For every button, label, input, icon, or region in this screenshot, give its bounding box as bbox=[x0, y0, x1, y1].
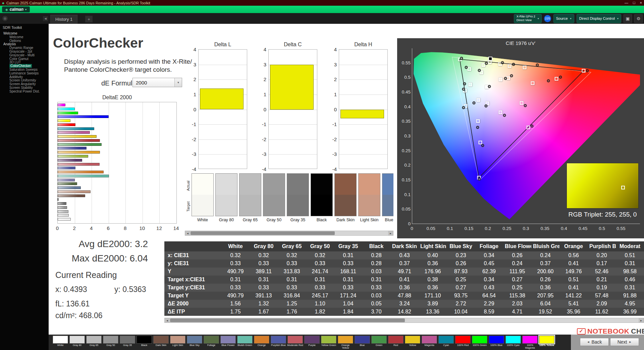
target-row-label: Target bbox=[186, 198, 190, 215]
sidebar-collapse-button[interactable]: ◀ bbox=[43, 16, 48, 21]
delta-value-bar bbox=[200, 89, 244, 109]
deltae-chart-title: DeltaE 2000 bbox=[57, 95, 177, 101]
sidebar: SDR Toolkit WelcomeWelcomeOptionsAnalysi… bbox=[0, 24, 49, 350]
patch-swatch-bluish-green[interactable]: Bluish Green bbox=[236, 335, 253, 350]
patch-swatch-foliage[interactable]: Foliage bbox=[203, 335, 220, 350]
display-icon-button[interactable]: ▣ bbox=[624, 14, 632, 23]
table-cell: 111.95 bbox=[503, 268, 531, 276]
sidebar-item-spectral-power-dist[interactable]: Spectral Power Dist. bbox=[0, 90, 49, 94]
patch-swatch-blue-flower[interactable]: Blue Flower bbox=[220, 335, 236, 350]
scrollbar-thumb[interactable] bbox=[170, 318, 405, 322]
patch-swatch-100-red[interactable]: 100% Red bbox=[454, 335, 471, 350]
patch-swatch-gray-80[interactable]: Gray 80 bbox=[69, 335, 86, 350]
patch-swatch-purplish-blue[interactable]: Purplish Blue bbox=[270, 335, 287, 350]
table-cell: 0.36 bbox=[390, 284, 419, 292]
patch-swatch-gray-35[interactable]: Gray 35 bbox=[119, 335, 136, 350]
add-tab-button[interactable]: + bbox=[85, 16, 93, 22]
de-formula-select[interactable]: 2000 ▾ bbox=[132, 78, 182, 87]
measurement-marker bbox=[536, 64, 539, 67]
patch-swatch-gray-50[interactable]: Gray 50 bbox=[102, 335, 119, 350]
sidebar-item-color-gamut[interactable]: Color Gamut bbox=[0, 57, 49, 61]
table-cell: 0.26 bbox=[531, 276, 559, 284]
close-button[interactable]: × bbox=[640, 0, 642, 6]
back-button[interactable]: ◄ Back bbox=[580, 338, 609, 346]
patch-swatch-orange-yellow[interactable]: Orange Yellow bbox=[337, 335, 354, 350]
patch-label: Cyan bbox=[443, 344, 449, 347]
scroll-right-button[interactable]: ▸ bbox=[639, 318, 644, 323]
patch-swatch-purple[interactable]: Purple bbox=[304, 335, 320, 350]
patch-swatch-dark-skin[interactable]: Dark Skin bbox=[153, 335, 169, 350]
patch-color bbox=[254, 336, 269, 344]
minimize-button[interactable]: — bbox=[625, 0, 628, 6]
title-bar: ◆ Calman 2025 Calman Ultimate for Busine… bbox=[0, 0, 644, 6]
table-cell: 200.60 bbox=[531, 268, 559, 276]
patch-swatch-moderate-red[interactable]: Moderate Red bbox=[287, 335, 304, 350]
patch-swatch-red[interactable]: Red bbox=[387, 335, 404, 350]
patch-swatch-black[interactable]: Black bbox=[136, 335, 153, 350]
table-cell: 4.71 bbox=[503, 308, 531, 316]
source-label: Source bbox=[556, 16, 568, 20]
scroll-left-button[interactable]: ◂ bbox=[185, 231, 190, 235]
settings-gear-button[interactable]: ⚙ bbox=[634, 14, 643, 23]
gridline bbox=[339, 139, 387, 140]
gridline bbox=[199, 139, 247, 140]
axis-tick-label: 4 bbox=[256, 47, 266, 52]
table-cell: 490.79 bbox=[221, 268, 250, 276]
compare-swatch-label: Gray 35 bbox=[287, 218, 309, 222]
meter-dropdown[interactable]: X-Rite i1Pro 2 Direct View ▾ bbox=[514, 14, 542, 23]
axis-tick-label: -1 bbox=[327, 121, 337, 127]
calman-menu-button[interactable]: ◈ calman ▾ bbox=[2, 6, 30, 12]
scrollbar-thumb[interactable] bbox=[191, 231, 335, 235]
patch-swatch-orange[interactable]: Orange bbox=[253, 335, 270, 350]
table-cell: 1.32 bbox=[250, 300, 278, 308]
target-color bbox=[335, 195, 356, 216]
patch-swatch-gray-65[interactable]: Gray 65 bbox=[86, 335, 102, 350]
patch-swatch-100-yellow[interactable]: 100% Yellow bbox=[538, 335, 555, 350]
patch-label: Magenta bbox=[424, 344, 434, 347]
table-cell: 0.36 bbox=[419, 259, 447, 268]
table-cell: 52.46 bbox=[588, 268, 616, 276]
patch-swatch-100-cyan[interactable]: 100% Cyan bbox=[505, 335, 522, 350]
patch-swatch-magenta[interactable]: Magenta bbox=[421, 335, 438, 350]
workspace-button[interactable]: ◎ bbox=[2, 16, 8, 21]
scroll-right-button[interactable]: ▸ bbox=[388, 231, 393, 235]
column-header-moderat: Moderat bbox=[616, 241, 644, 251]
table-cell: 0.33 bbox=[278, 259, 306, 268]
patch-swatch-blue-sky[interactable]: Blue Sky bbox=[186, 335, 203, 350]
scroll-left-button[interactable]: ◂ bbox=[165, 318, 170, 323]
measurement-marker bbox=[484, 105, 487, 108]
sidebar-item-welcome[interactable]: Welcome bbox=[0, 32, 49, 36]
swatch-scrollbar[interactable]: ◂ ▸ bbox=[185, 231, 393, 236]
axis-tick-label: 0.05 bbox=[425, 226, 437, 231]
next-button[interactable]: Next ► bbox=[610, 338, 639, 346]
display-control-dropdown[interactable]: Direct Display Control ▾ bbox=[577, 14, 621, 23]
sidebar-item-luminance-sweeps[interactable]: Luminance Sweeps bbox=[0, 72, 49, 75]
patch-swatch-cyan[interactable]: Cyan bbox=[438, 335, 454, 350]
patch-swatch-yellow[interactable]: Yellow bbox=[404, 335, 421, 350]
table-cell: 1.76 bbox=[278, 308, 306, 316]
column-header-gray-50: Gray 50 bbox=[306, 241, 334, 251]
table-cell: 0.27 bbox=[447, 284, 475, 292]
axis-tick-label: 1 bbox=[186, 92, 196, 97]
patch-swatch-100-blue[interactable]: 100% Blue bbox=[488, 335, 505, 350]
source-dropdown[interactable]: Source ▾ bbox=[553, 14, 574, 23]
patch-label: Yellow Green bbox=[321, 344, 336, 347]
patch-color bbox=[388, 336, 404, 344]
patch-swatch-yellow-green[interactable]: Yellow Green bbox=[320, 335, 337, 350]
deltae-bar-white bbox=[58, 218, 71, 221]
patch-swatch-light-skin[interactable]: Light Skin bbox=[169, 335, 186, 350]
meter-count-badge: 225 bbox=[544, 15, 551, 22]
patch-color bbox=[422, 336, 437, 344]
tab-history-1[interactable]: History 1 bbox=[50, 15, 77, 23]
patch-swatch-blue[interactable]: Blue bbox=[354, 335, 371, 350]
axis-tick-label: 0.45 bbox=[398, 90, 411, 95]
table-scrollbar[interactable]: ◂ ▸ bbox=[164, 318, 644, 323]
maximize-button[interactable]: □ bbox=[633, 0, 635, 6]
target-marker bbox=[469, 82, 472, 86]
patch-swatch-100-green[interactable]: 100% Green bbox=[471, 335, 488, 350]
patch-swatch-white[interactable]: White bbox=[52, 335, 69, 350]
patch-swatch-green[interactable]: Green bbox=[371, 335, 387, 350]
sidebar-item-welcome[interactable]: Welcome bbox=[0, 36, 49, 39]
patch-swatch-100-magenta[interactable]: 100% Magenta bbox=[522, 335, 538, 350]
table-cell: 0.32 bbox=[278, 251, 306, 259]
